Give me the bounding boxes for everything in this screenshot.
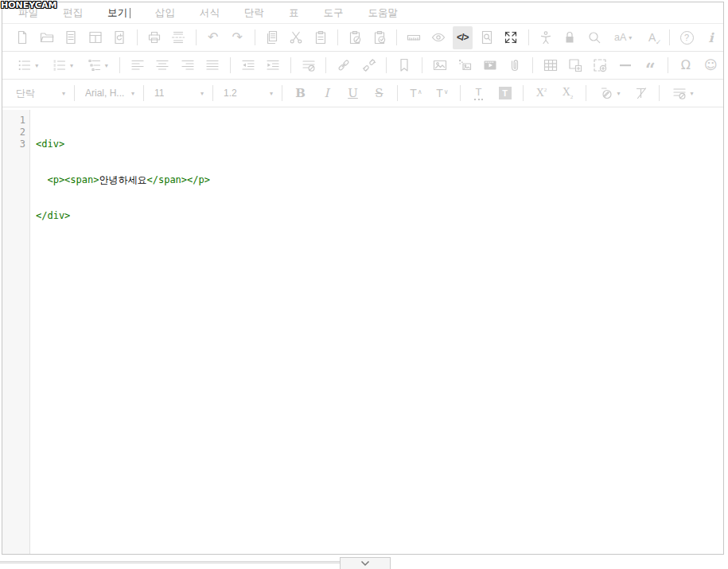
separator [668, 57, 668, 73]
insert-frame-button[interactable] [565, 54, 585, 77]
open-button[interactable] [37, 26, 57, 49]
paste-special-button[interactable] [370, 26, 390, 49]
font-size-down-button[interactable]: T∨ [431, 82, 453, 105]
undo-icon: ↶ [208, 31, 218, 44]
help-button[interactable]: ? [677, 26, 697, 49]
photo-effects-button[interactable] [454, 54, 474, 77]
code-editor[interactable]: 1 2 3 <div> <p><span>안녕하세요</span></p> </… [2, 110, 723, 554]
line-number: 2 [2, 127, 25, 138]
menu-help[interactable]: 도움말 [368, 6, 399, 20]
document-button[interactable] [61, 26, 81, 49]
cut-button[interactable] [286, 26, 306, 49]
separator [230, 57, 231, 73]
bottom-divider [0, 561, 340, 563]
underline-button[interactable]: U [342, 82, 364, 105]
font-family-select[interactable]: Arial, H...▾ [80, 82, 138, 105]
line-number-gutter: 1 2 3 [2, 110, 30, 554]
menu-format[interactable]: 서식 [200, 6, 220, 20]
subscript-button[interactable]: X2 [557, 82, 578, 105]
find-replace-button[interactable] [585, 26, 605, 49]
document-preview-button[interactable] [477, 26, 497, 49]
bullet-list-button[interactable]: ▾ [13, 54, 43, 77]
line-height-select[interactable]: 1.2▾ [218, 82, 277, 105]
text-style-button[interactable]: ▾ [594, 82, 625, 105]
menu-paragraph[interactable]: 단락 [244, 6, 264, 20]
search-icon [586, 29, 602, 45]
subscript-icon: X2 [563, 86, 574, 100]
superscript-button[interactable]: X2 [531, 82, 552, 105]
numbered-list-button[interactable]: ▾ [48, 54, 78, 77]
menu-view[interactable]: 보기 [107, 6, 130, 20]
separator [119, 57, 120, 73]
cut-scissors-icon [288, 29, 304, 45]
line-style-button[interactable] [298, 54, 318, 77]
undo-button[interactable]: ↶ [204, 26, 224, 49]
outdent-button[interactable] [238, 54, 258, 77]
italic-button[interactable]: I [316, 82, 337, 105]
print-button[interactable] [145, 26, 165, 49]
separator [523, 85, 524, 101]
capture-plus-button[interactable] [590, 54, 610, 77]
info-button[interactable]: i [701, 26, 721, 49]
expand-editor-button[interactable] [340, 557, 391, 569]
link-button[interactable] [333, 54, 353, 77]
align-justify-button[interactable] [203, 54, 223, 77]
horizontal-rule-button[interactable] [615, 54, 635, 77]
blockquote-button[interactable]: “ [640, 54, 660, 77]
code-content[interactable]: <div> <p><span>안녕하세요</span></p> </div> [30, 110, 210, 554]
paste-clipboard-icon [313, 29, 329, 45]
special-character-button[interactable]: Ω [675, 54, 695, 77]
image-button[interactable] [430, 54, 450, 77]
restore-document-button[interactable] [110, 26, 130, 49]
spellcheck-button[interactable]: A✓ [642, 26, 662, 49]
fullscreen-button[interactable] [501, 26, 521, 49]
smiley-icon: ☺ [704, 59, 718, 72]
strikethrough-button[interactable]: S [368, 82, 390, 105]
menu-edit[interactable]: 편집 [63, 6, 83, 20]
ruler-button[interactable] [404, 26, 424, 49]
background-color-button[interactable]: T [494, 82, 516, 105]
insert-frame-icon [567, 57, 583, 73]
line-number: 1 [2, 115, 25, 127]
bookmark-button[interactable] [394, 54, 414, 77]
text-color-button[interactable]: T [468, 82, 489, 105]
copy-button[interactable] [263, 26, 282, 49]
table-button[interactable] [540, 54, 560, 77]
separator [282, 85, 282, 101]
code-view-button[interactable]: </> [453, 26, 473, 49]
bullet-list-icon [17, 57, 33, 73]
separator [212, 85, 213, 101]
menu-insert[interactable]: 삽입 [155, 6, 175, 20]
menu-table[interactable]: 표 [289, 6, 299, 20]
new-document-button[interactable] [13, 26, 33, 49]
video-icon [482, 57, 498, 73]
emoticon-button[interactable]: ☺ [701, 54, 721, 77]
font-size-up-button[interactable]: T∧ [405, 82, 426, 105]
line-style-dropdown-button[interactable]: ▾ [667, 82, 699, 105]
unlink-button[interactable] [359, 54, 379, 77]
paste-as-text-icon [347, 29, 363, 45]
video-button[interactable] [480, 54, 500, 77]
template-button[interactable] [86, 26, 106, 49]
page-break-button[interactable] [169, 26, 189, 49]
menu-tools[interactable]: 도구 [324, 6, 344, 20]
accessibility-button[interactable] [536, 26, 556, 49]
paragraph-format-select[interactable]: 단락▾ [10, 82, 69, 105]
unlink-icon [361, 57, 377, 73]
paste-button[interactable] [311, 26, 331, 49]
attachment-button[interactable] [504, 54, 524, 77]
align-left-button[interactable] [127, 54, 147, 77]
indent-button[interactable] [263, 54, 283, 77]
bold-button[interactable]: B [290, 82, 311, 105]
paste-as-text-button[interactable] [345, 26, 365, 49]
case-change-button[interactable]: aA▾ [609, 26, 637, 49]
line-number: 3 [2, 138, 25, 150]
align-center-button[interactable] [153, 54, 173, 77]
align-right-button[interactable] [177, 54, 197, 77]
redo-button[interactable]: ↷ [228, 26, 247, 49]
multilevel-list-button[interactable]: ▾ [82, 54, 112, 77]
clear-format-button[interactable] [630, 82, 652, 105]
font-size-select[interactable]: 11▾ [149, 82, 208, 105]
preview-button[interactable] [429, 26, 449, 49]
lock-button[interactable] [560, 26, 580, 49]
